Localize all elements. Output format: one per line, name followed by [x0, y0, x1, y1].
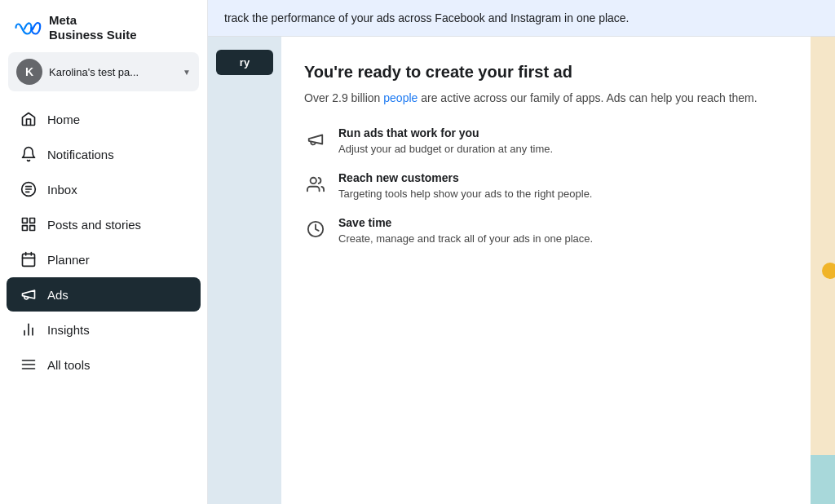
right-panel-accent — [811, 455, 835, 504]
center-promo-panel: You're ready to create your first ad Ove… — [281, 37, 811, 504]
feature-desc-save-time: Create, manage and track all of your ads… — [338, 232, 593, 246]
megaphone-icon — [20, 285, 38, 303]
feature-desc-run-ads: Adjust your ad budget or duration at any… — [338, 142, 553, 157]
home-icon — [20, 110, 38, 128]
sidebar-item-ads[interactable]: Ads — [7, 277, 201, 312]
promo-title: You're ready to create your first ad — [304, 63, 788, 82]
content-area: ry You're ready to create your first ad … — [208, 37, 835, 504]
chat-icon — [20, 180, 38, 198]
main-content: track the performance of your ads across… — [208, 0, 835, 504]
avatar: K — [16, 59, 42, 85]
feature-text-run-ads: Run ads that work for you Adjust your ad… — [338, 126, 553, 157]
promo-subtitle: Over 2.9 billion people are active acros… — [304, 90, 788, 107]
sidebar: MetaBusiness Suite K Karolina's test pa.… — [0, 0, 208, 504]
account-selector[interactable]: K Karolina's test pa... ▼ — [8, 52, 199, 91]
calendar-icon — [20, 250, 38, 268]
sidebar-item-posts-stories[interactable]: Posts and stories — [7, 207, 201, 241]
sidebar-item-all-tools[interactable]: All tools — [7, 347, 201, 382]
svg-rect-3 — [23, 226, 28, 231]
feature-item-reach-customers: Reach new customers Targeting tools help… — [304, 171, 788, 201]
sidebar-item-inbox-label: Inbox — [47, 183, 77, 197]
banner-text: track the performance of your ads across… — [224, 11, 630, 24]
promo-subtitle-link[interactable]: people — [383, 91, 418, 104]
sidebar-item-all-tools-label: All tools — [47, 358, 91, 372]
sidebar-item-inbox[interactable]: Inbox — [7, 172, 201, 206]
sidebar-logo: MetaBusiness Suite — [0, 0, 207, 52]
nav-list: Home Notifications Inbox — [0, 98, 207, 504]
svg-point-15 — [311, 178, 316, 183]
reach-customers-icon — [304, 173, 327, 196]
sidebar-item-notifications-label: Notifications — [47, 148, 114, 161]
feature-title-reach-customers: Reach new customers — [338, 171, 592, 184]
sidebar-item-posts-stories-label: Posts and stories — [47, 218, 141, 232]
meta-logo-icon — [13, 20, 42, 36]
sidebar-item-insights-label: Insights — [47, 323, 90, 337]
sidebar-item-home[interactable]: Home — [7, 102, 201, 136]
sidebar-item-home-label: Home — [47, 113, 80, 126]
save-time-icon — [304, 218, 327, 241]
sidebar-item-planner[interactable]: Planner — [7, 242, 201, 276]
sidebar-item-insights[interactable]: Insights — [7, 312, 201, 347]
feature-list: Run ads that work for you Adjust your ad… — [304, 126, 788, 247]
feature-title-save-time: Save time — [338, 216, 593, 229]
right-panel-circle — [822, 263, 835, 279]
run-ads-icon — [304, 128, 327, 151]
feature-text-save-time: Save time Create, manage and track all o… — [338, 216, 593, 246]
feature-title-run-ads: Run ads that work for you — [338, 126, 553, 139]
svg-rect-2 — [30, 219, 35, 223]
sidebar-item-ads-label: Ads — [47, 288, 68, 302]
logo-text: MetaBusiness Suite — [49, 13, 137, 42]
right-decorative-panel — [811, 37, 835, 504]
svg-rect-1 — [23, 219, 28, 223]
feature-item-save-time: Save time Create, manage and track all o… — [304, 216, 788, 246]
promo-subtitle-text: Over 2.9 billion — [304, 91, 383, 104]
panel-button[interactable]: ry — [216, 50, 273, 75]
feature-text-reach-customers: Reach new customers Targeting tools help… — [338, 171, 592, 201]
grid-icon — [20, 215, 38, 233]
bell-icon — [20, 145, 38, 163]
sidebar-item-planner-label: Planner — [47, 253, 90, 267]
left-panel: ry — [208, 37, 281, 504]
top-banner: track the performance of your ads across… — [208, 0, 835, 37]
svg-rect-5 — [23, 254, 35, 266]
svg-rect-4 — [30, 226, 35, 231]
sidebar-item-notifications[interactable]: Notifications — [7, 137, 201, 171]
menu-icon — [20, 356, 38, 374]
chevron-down-icon: ▼ — [183, 68, 191, 77]
feature-item-run-ads: Run ads that work for you Adjust your ad… — [304, 126, 788, 157]
bar-chart-icon — [20, 321, 38, 338]
feature-desc-reach-customers: Targeting tools help show your ads to th… — [338, 187, 592, 201]
promo-subtitle-rest: are active across our family of apps. Ad… — [418, 91, 757, 104]
account-name: Karolina's test pa... — [49, 66, 176, 78]
